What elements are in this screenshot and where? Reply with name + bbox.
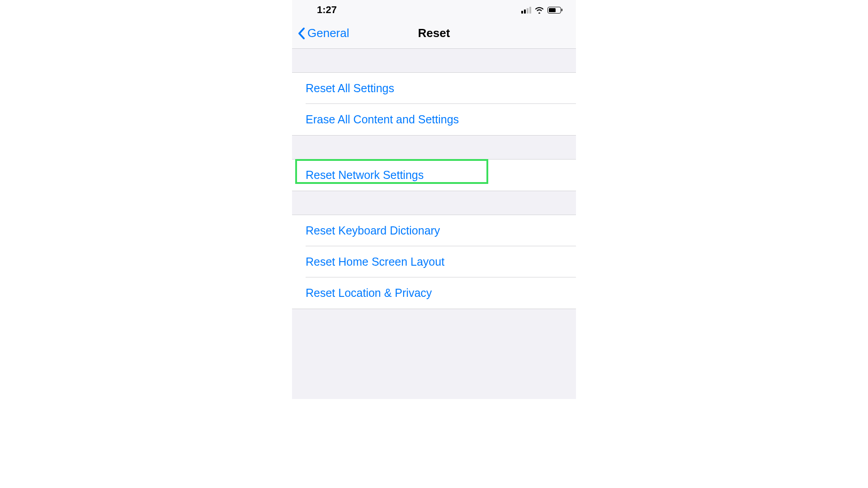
menu-item-reset-keyboard-dictionary[interactable]: Reset Keyboard Dictionary — [292, 215, 576, 246]
battery-icon — [547, 7, 563, 14]
menu-item-label: Reset Location & Privacy — [306, 286, 432, 299]
menu-item-reset-home-screen-layout[interactable]: Reset Home Screen Layout — [292, 246, 576, 277]
menu-item-label: Reset All Settings — [306, 82, 394, 94]
menu-item-label: Erase All Content and Settings — [306, 113, 459, 126]
section-gap — [292, 49, 576, 73]
menu-item-reset-all-settings[interactable]: Reset All Settings — [292, 73, 576, 104]
back-button[interactable]: General — [297, 26, 349, 40]
status-icons — [521, 6, 563, 14]
menu-item-label: Reset Network Settings — [306, 169, 424, 181]
section-gap — [292, 135, 576, 160]
section-gap — [292, 309, 576, 399]
section-gap — [292, 191, 576, 215]
menu-item-reset-location-privacy[interactable]: Reset Location & Privacy — [292, 277, 576, 309]
phone-screen: 1:27 General Rese — [292, 0, 576, 399]
menu-item-erase-all-content[interactable]: Erase All Content and Settings — [292, 104, 576, 135]
menu-item-label: Reset Home Screen Layout — [306, 255, 444, 268]
back-label: General — [307, 26, 349, 40]
page-title: Reset — [418, 26, 450, 40]
navigation-bar: General Reset — [292, 18, 576, 49]
wifi-icon — [534, 6, 544, 14]
cellular-signal-icon — [521, 7, 531, 14]
chevron-left-icon — [297, 27, 306, 40]
status-bar: 1:27 — [292, 0, 576, 18]
status-time: 1:27 — [317, 4, 337, 16]
menu-item-label: Reset Keyboard Dictionary — [306, 224, 440, 237]
menu-item-reset-network-settings[interactable]: Reset Network Settings — [292, 160, 576, 191]
